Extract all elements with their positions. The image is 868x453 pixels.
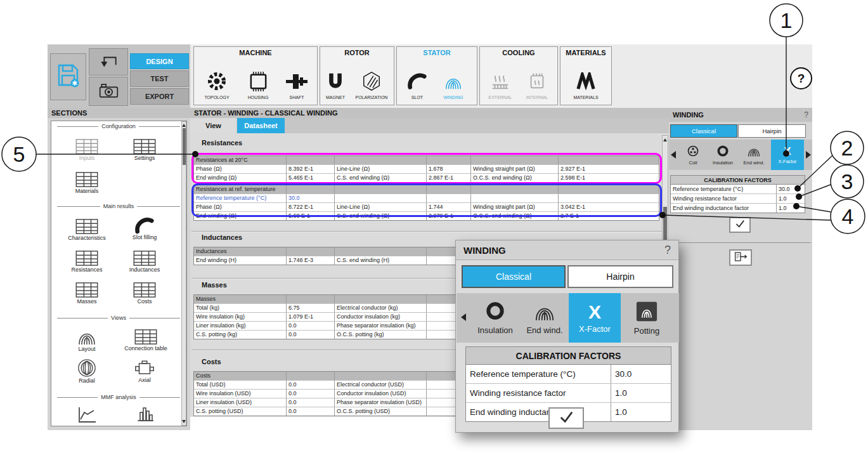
toolbar-item-housing[interactable]: HOUSING xyxy=(240,67,276,100)
table-cell: Costs xyxy=(194,372,286,380)
sidebar-item-materials[interactable]: Materials xyxy=(60,171,114,194)
dialog-hairpin-button[interactable]: Hairpin xyxy=(567,265,673,288)
tab-datasheet[interactable]: Datasheet xyxy=(237,118,285,133)
sidebar-item-connection-table[interactable]: Connection table xyxy=(117,329,174,351)
dialog-nav-end-winding[interactable]: End wind. xyxy=(521,293,569,343)
nav-tile-coil[interactable]: Coil xyxy=(678,140,708,170)
table-cell xyxy=(286,156,334,164)
table-cell: 2.7 E-1 xyxy=(558,212,659,220)
table-cell: 8.722 E-1 xyxy=(286,203,334,211)
x-factor-icon: X xyxy=(588,302,601,322)
table-cell[interactable]: 1.0 xyxy=(611,384,671,402)
divider-configuration: Configuration xyxy=(57,123,180,129)
tab-test[interactable]: TEST xyxy=(130,70,189,87)
divider-views: Views xyxy=(57,315,180,321)
group-machine: MACHINE TOPOLOGY HOUSING SHAFT xyxy=(193,46,318,105)
dialog-help-icon[interactable]: ? xyxy=(664,244,671,257)
table-cell: Reference temperature (°C) xyxy=(671,185,776,194)
table-icon xyxy=(75,250,99,266)
sidebar-item-masses[interactable]: Masses xyxy=(60,282,114,305)
sidebar-item-mmf-curve[interactable] xyxy=(60,405,114,424)
help-button[interactable]: ? xyxy=(790,67,812,89)
sidebar-item-mmf-harmonics[interactable] xyxy=(117,404,172,423)
nav-tile-x-factor[interactable]: X X-Factor xyxy=(771,140,804,170)
dialog-nav-insulation[interactable]: Insulation xyxy=(470,293,521,343)
table-cell[interactable]: 1.0 xyxy=(776,204,805,213)
sidebar-item-costs[interactable]: Costs xyxy=(117,282,172,305)
screen: DESIGN TEST EXPORT MACHINE TOPOLOGY HOUS… xyxy=(0,0,868,453)
external-cooling-icon xyxy=(489,70,511,93)
table-cell[interactable]: 30.0 xyxy=(776,185,805,194)
nav-next-icon[interactable] xyxy=(806,151,811,159)
toolbar-item-topology[interactable]: TOPOLOGY xyxy=(198,67,236,100)
dialog-nav-potting[interactable]: Potting xyxy=(621,293,673,343)
table-cell: Total (kg) xyxy=(194,304,286,312)
scroll-up-icon[interactable] xyxy=(182,124,186,127)
table-row: Reference temperature (°C)30.0 xyxy=(671,185,805,194)
sidebar-scrollbar[interactable] xyxy=(181,121,186,426)
table-icon xyxy=(75,138,99,155)
toolbar-item-materials[interactable]: MATERIALS xyxy=(566,67,606,100)
table-cell: Wire insulation (kg) xyxy=(194,313,286,321)
tab-export[interactable]: EXPORT xyxy=(130,88,189,105)
sidebar-scrollbar-thumb[interactable] xyxy=(183,128,186,165)
table-cell: Phase (Ω) xyxy=(194,203,286,211)
sections-panel-title: SECTIONS xyxy=(48,108,190,118)
validate-button[interactable] xyxy=(729,217,751,233)
sidebar-item-slot-filling[interactable]: Slot filling xyxy=(117,217,172,240)
toolbar-item-winding[interactable]: WINDING xyxy=(437,67,470,100)
hairpin-button[interactable]: Hairpin xyxy=(738,124,806,138)
table-cell: Masses xyxy=(194,295,286,303)
table-cell[interactable]: 1.0 xyxy=(776,194,805,203)
group-materials: MATERIALS MATERIALS xyxy=(560,46,612,105)
dialog-nav-x-factor[interactable]: X X-Factor xyxy=(569,293,621,343)
tab-design[interactable]: DESIGN xyxy=(130,53,189,69)
sidebar-item-inductances[interactable]: Inductances xyxy=(117,250,172,273)
screenshot-button[interactable] xyxy=(89,77,128,106)
nav-tile-end-winding[interactable]: End wind. xyxy=(738,140,770,170)
winding-layout-icon xyxy=(76,327,98,346)
dialog-validate-button[interactable] xyxy=(548,407,584,429)
group-materials-title: MATERIALS xyxy=(560,49,611,56)
group-cooling-title: COOLING xyxy=(480,49,557,56)
table-cell: 0.0 xyxy=(286,322,334,330)
toolbar-item-slot[interactable]: SLOT xyxy=(404,67,431,100)
classical-button[interactable]: Classical xyxy=(670,124,737,138)
table-cell: End winding inductance factor xyxy=(466,403,611,421)
scroll-up-icon[interactable] xyxy=(663,138,667,141)
callout-circle-3 xyxy=(831,165,864,198)
divider-mmf-analysis: MMF analysis xyxy=(57,394,180,400)
nav-tile-insulation[interactable]: Insulation xyxy=(708,140,738,170)
scroll-down-icon[interactable] xyxy=(182,420,186,423)
dialog-classical-button[interactable]: Classical xyxy=(462,265,566,288)
winding-icon xyxy=(443,70,463,93)
export-results-button[interactable] xyxy=(729,249,752,266)
toolbar-item-magnet[interactable]: MAGNET xyxy=(321,67,349,100)
sidebar-item-settings[interactable]: Settings xyxy=(117,138,172,161)
sidebar-item-characteristics[interactable]: Characteristics xyxy=(60,218,114,241)
save-button[interactable] xyxy=(50,53,86,100)
table-cell: Resistances at 20°C xyxy=(194,156,286,164)
dialog-nav-prev-icon[interactable] xyxy=(461,313,466,321)
topology-icon xyxy=(205,70,228,93)
undo-button[interactable] xyxy=(89,48,128,76)
sidebar-item-radial[interactable]: Radial xyxy=(60,358,114,384)
dialog-calibration-title: CALIBRATION FACTORS xyxy=(465,346,671,365)
panel-help-icon[interactable]: ? xyxy=(804,110,808,119)
table-cell: O.C.S. potting (USD) xyxy=(334,407,426,416)
toolbar-item-shaft[interactable]: SHAFT xyxy=(280,67,313,100)
tab-view[interactable]: View xyxy=(190,118,236,133)
internal-cooling-icon xyxy=(526,70,548,93)
panel-divider xyxy=(670,242,811,243)
toolbar-item-polarization[interactable]: POLARIZATION xyxy=(351,67,392,100)
table-cell[interactable]: 30.0 xyxy=(611,365,671,383)
table-cell: Wire insulation (USD) xyxy=(194,390,286,398)
table-cell xyxy=(470,185,558,194)
table-cell[interactable]: 1.0 xyxy=(611,403,671,421)
sidebar-item-resistances[interactable]: Resistances xyxy=(60,250,114,273)
nav-prev-icon[interactable] xyxy=(671,151,676,159)
sidebar-item-layout[interactable]: Layout xyxy=(60,327,114,352)
table-cell: O.C.S. end winding (Ω) xyxy=(470,174,558,182)
sidebar-item-axial[interactable]: Axial xyxy=(117,360,172,383)
table-icon xyxy=(75,282,99,298)
